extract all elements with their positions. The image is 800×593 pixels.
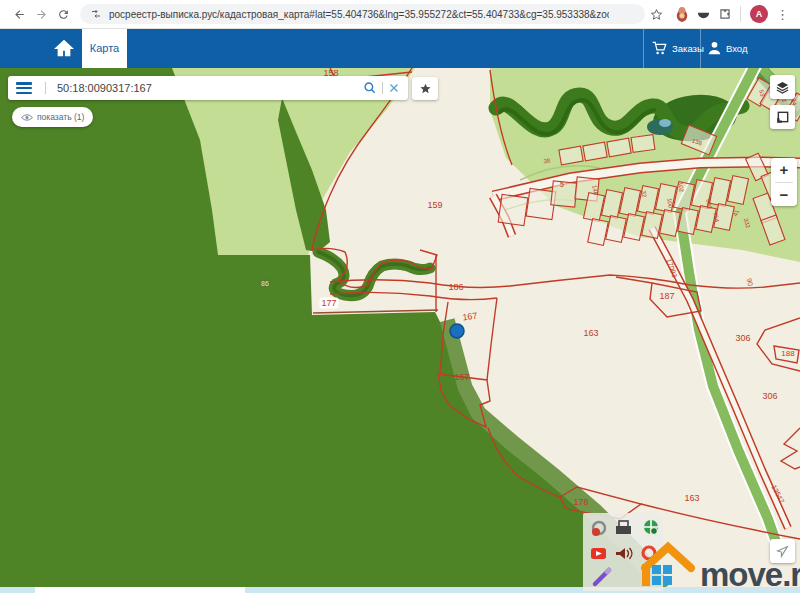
login-button[interactable]: Вход [708,28,748,68]
speaker-icon[interactable] [616,548,632,559]
forward-button[interactable] [30,3,52,25]
star-outline-icon [650,8,663,21]
reload-button[interactable] [52,3,74,25]
browser-toolbar: росреестр-выписка.рус/кадастровая_карта#… [0,0,800,29]
favorite-button[interactable] [412,77,438,100]
show-results-button[interactable]: показать (1) [12,107,93,127]
site-header: Карта Заказы Вход [0,28,800,68]
fullscreen-button[interactable] [770,105,795,129]
reload-icon [57,8,70,21]
zoom-in-button[interactable]: + [771,158,797,182]
back-arrow-icon [13,8,26,21]
extension-matryoshka-icon[interactable] [675,6,689,22]
forward-arrow-icon [35,8,48,21]
login-label: Вход [726,43,748,54]
layers-icon [775,80,790,95]
fullscreen-icon [776,110,790,124]
zoom-out-button[interactable]: − [771,183,797,207]
tune-icon [90,8,102,20]
home-button[interactable] [48,28,80,68]
url-text: росреестр-выписка.рус/кадастровая_карта#… [109,9,609,20]
menu-icon[interactable] [16,82,32,94]
show-results-label: показать (1) [37,112,84,122]
bookmark-star-button[interactable] [645,3,667,25]
toolbar-separator [740,6,741,22]
home-icon [53,38,75,58]
extension-dark-icon[interactable] [696,7,711,22]
moveru-house-icon [636,540,696,588]
header-divider [700,28,701,68]
stats-icon[interactable] [644,520,658,534]
pen-icon[interactable] [595,570,609,584]
user-icon [708,41,721,55]
zoom-control: + − [771,158,797,206]
record-icon[interactable] [592,522,605,536]
browser-menu-button[interactable]: ⋮ [776,7,789,22]
extensions-puzzle-icon[interactable] [718,7,732,21]
search-icon[interactable] [363,81,377,95]
favorite-star-icon [419,82,432,95]
printer-icon[interactable] [616,521,631,534]
selected-parcel-marker[interactable] [450,324,464,338]
search-input[interactable]: 50:18:0090317:167 [57,82,363,94]
url-bar[interactable]: росреестр-выписка.рус/кадастровая_карта#… [80,4,645,24]
cart-icon [652,41,667,55]
map-canvas[interactable] [0,68,800,593]
layers-button[interactable] [770,75,795,99]
eye-icon [21,113,33,122]
tab-karta[interactable]: Карта [82,28,127,68]
cadastral-search-bar[interactable]: 50:18:0090317:167 [8,76,408,100]
video-icon[interactable] [591,548,606,559]
back-button[interactable] [8,3,30,25]
clear-search-icon[interactable] [388,82,400,94]
profile-avatar[interactable]: A [750,5,768,23]
orders-button[interactable]: Заказы [652,28,704,68]
moveru-logo-text: move.ru [700,561,800,588]
moveru-watermark: move.ru [636,540,800,588]
orders-label: Заказы [672,43,704,54]
header-divider [643,28,644,68]
